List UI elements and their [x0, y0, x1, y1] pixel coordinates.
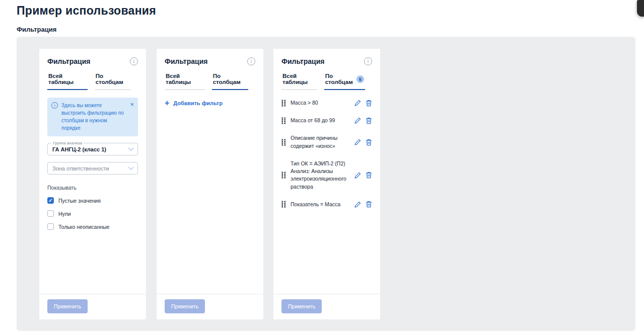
- hint-alert-text: Здесь вы можете выстроить фильтрацию по …: [61, 102, 126, 132]
- delete-icon[interactable]: [366, 172, 372, 179]
- filter-count-badge: 5: [356, 75, 364, 83]
- select-floating-label: Группа анализа: [51, 141, 84, 145]
- tab-label: По столбцам: [96, 73, 130, 85]
- plus-icon: +: [165, 100, 169, 106]
- edit-icon[interactable]: [354, 172, 361, 179]
- apply-button[interactable]: Применить: [281, 299, 322, 313]
- tab-whole-table[interactable]: Всей таблицы: [165, 73, 205, 90]
- select-value: ГА АНГЦ-2 (класс 1): [52, 146, 106, 152]
- drag-handle-icon[interactable]: [281, 201, 286, 208]
- tab-by-columns[interactable]: По столбцам: [212, 73, 248, 90]
- card-title: Фильтрация: [281, 57, 324, 65]
- card-header: Фильтрация i: [273, 49, 380, 65]
- tab-label: По столбцам: [325, 73, 353, 85]
- filter-row-label: Масса от 68 до 99: [291, 117, 350, 124]
- drag-handle-icon[interactable]: [281, 100, 286, 107]
- page-title: Пример использования: [17, 4, 156, 18]
- responsibility-zone-select[interactable]: Зона ответственности: [47, 162, 138, 175]
- filter-row: Показатель = Масса: [281, 196, 372, 213]
- card-body: i Здесь вы можете выстроить фильтрацию п…: [39, 90, 146, 294]
- check-icon: ✓: [48, 198, 52, 203]
- delete-icon[interactable]: [366, 100, 372, 107]
- checkbox-undescribed-only[interactable]: Только неописанные: [47, 223, 138, 230]
- info-icon: i: [51, 102, 58, 109]
- hint-alert: i Здесь вы можете выстроить фильтрацию п…: [47, 98, 138, 136]
- tab-label: Всей таблицы: [282, 73, 316, 85]
- card-title: Фильтрация: [165, 57, 207, 65]
- checkbox-unchecked-icon[interactable]: [47, 210, 54, 217]
- filter-row-label: Масса > 80: [291, 99, 350, 107]
- checkbox-label: Нули: [58, 211, 71, 217]
- tab-whole-table[interactable]: Всей таблицы: [47, 73, 88, 90]
- filter-list: Масса > 80 Масса от 68 до 99: [281, 94, 372, 213]
- card-footer: Применить: [39, 294, 146, 319]
- filter-panel-columns-empty: Фильтрация i Всей таблицы По столбцам + …: [157, 49, 263, 319]
- tab-label: Всей таблицы: [48, 73, 87, 85]
- apply-button[interactable]: Применить: [165, 299, 205, 313]
- example-canvas: Фильтрация i Всей таблицы По столбцам i …: [17, 37, 635, 331]
- delete-icon[interactable]: [366, 139, 372, 146]
- info-icon[interactable]: i: [130, 57, 138, 65]
- tab-by-columns[interactable]: По столбцам 5: [324, 73, 365, 90]
- drag-handle-icon[interactable]: [281, 117, 286, 124]
- filter-row: Масса > 80: [281, 94, 372, 112]
- filter-panel-columns-filled: Фильтрация i Всей таблицы По столбцам 5 …: [273, 49, 380, 319]
- close-icon[interactable]: ×: [130, 102, 134, 132]
- tab-whole-table[interactable]: Всей таблицы: [281, 73, 317, 90]
- filter-row: Тип ОК = АЭИП-2 (П2) Анализ: Анализы эле…: [281, 155, 372, 196]
- delete-icon[interactable]: [366, 117, 372, 124]
- tab-bar: Всей таблицы По столбцам: [157, 73, 263, 90]
- card-header: Фильтрация i: [39, 49, 146, 65]
- card-footer: Применить: [157, 294, 263, 319]
- checkbox-label: Пустые значения: [58, 198, 101, 204]
- drag-handle-icon[interactable]: [281, 139, 286, 146]
- card-header: Фильтрация i: [157, 49, 263, 65]
- checkbox-checked-icon[interactable]: ✓: [47, 197, 54, 204]
- filter-panel-table-wide: Фильтрация i Всей таблицы По столбцам i …: [39, 49, 146, 319]
- tab-label: По столбцам: [213, 73, 247, 85]
- analysis-group-select[interactable]: Группа анализа ГА АНГЦ-2 (класс 1): [47, 143, 138, 155]
- tab-bar: Всей таблицы По столбцам: [39, 73, 146, 90]
- edit-icon[interactable]: [354, 117, 361, 124]
- tab-label: Всей таблицы: [166, 73, 204, 85]
- add-filter-button[interactable]: + Добавить фильтр: [165, 100, 223, 106]
- delete-icon[interactable]: [366, 201, 372, 208]
- card-title: Фильтрация: [47, 57, 90, 65]
- edit-icon[interactable]: [354, 100, 361, 106]
- section-subtitle: Фильтрация: [17, 26, 56, 33]
- edit-icon[interactable]: [354, 139, 361, 145]
- filter-row-label: Описание причины содержит «износ»: [291, 134, 350, 149]
- card-footer: Применить: [273, 294, 380, 319]
- checkbox-label: Только неописанные: [58, 224, 109, 230]
- chevron-down-icon: [128, 164, 133, 170]
- filter-row-label: Тип ОК = АЭИП-2 (П2) Анализ: Анализы эле…: [291, 160, 350, 191]
- info-icon[interactable]: i: [364, 57, 372, 65]
- card-body: + Добавить фильтр: [157, 90, 263, 294]
- checkbox-unchecked-icon[interactable]: [47, 223, 54, 230]
- tab-bar: Всей таблицы По столбцам 5: [273, 73, 380, 90]
- checkbox-empty-values[interactable]: ✓ Пустые значения: [47, 197, 138, 204]
- edit-icon[interactable]: [354, 201, 361, 208]
- add-filter-label: Добавить фильтр: [173, 100, 223, 106]
- filter-row: Описание причины содержит «износ»: [281, 129, 372, 154]
- drag-handle-icon[interactable]: [281, 172, 286, 179]
- show-group-label: Показывать: [47, 185, 138, 191]
- chevron-down-icon: [128, 145, 133, 150]
- floating-corner-widget[interactable]: [637, 0, 644, 17]
- filter-row-label: Показатель = Масса: [291, 201, 350, 208]
- checkbox-zeros[interactable]: Нули: [47, 210, 138, 217]
- tab-by-columns[interactable]: По столбцам: [95, 73, 131, 90]
- apply-button[interactable]: Применить: [47, 299, 88, 313]
- select-placeholder: Зона ответственности: [52, 165, 109, 172]
- card-body: Масса > 80 Масса от 68 до 99: [273, 90, 380, 294]
- filter-row: Масса от 68 до 99: [281, 112, 372, 129]
- info-icon[interactable]: i: [247, 57, 255, 65]
